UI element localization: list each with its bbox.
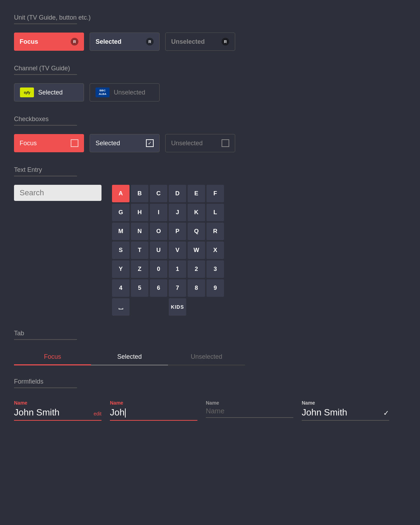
key-space[interactable]: ⎵ (112, 298, 130, 316)
key-B[interactable]: B (131, 185, 148, 202)
formfield-focus-label: Name (14, 400, 102, 406)
key-Z[interactable]: Z (131, 260, 148, 278)
unit-focus-label: Focus (20, 38, 38, 46)
checkbox-focus-btn[interactable]: Focus (14, 134, 84, 152)
formfields-row: Name John Smith edit Name Joh Name Name … (14, 397, 406, 424)
formfield-editing-underline (110, 420, 197, 421)
unit-selected-btn[interactable]: Selected R (90, 33, 160, 51)
formfield-empty-label: Name (206, 400, 293, 406)
tab-section: Tab Focus Selected Unselected (14, 330, 406, 365)
key-3[interactable]: 3 (206, 260, 224, 278)
text-entry-area: A B C D E F G H I J K L M N O P Q R S T … (14, 185, 406, 316)
key-V[interactable]: V (169, 241, 186, 259)
key-Y[interactable]: Y (112, 260, 130, 278)
key-S[interactable]: S (112, 241, 130, 259)
key-G[interactable]: G (112, 204, 130, 221)
tab-selected[interactable]: Selected (91, 348, 168, 365)
text-entry-section: Text Entry A B C D E F G H I J K L M N O… (14, 166, 406, 316)
formfields-section: Formfields Name John Smith edit Name Joh… (14, 378, 406, 424)
formfield-focus-edit[interactable]: edit (93, 411, 102, 416)
tab-divider (14, 339, 77, 340)
key-M[interactable]: M (112, 223, 130, 240)
unit-divider (14, 23, 77, 24)
channel-selected-btn[interactable]: syfy Selected (14, 83, 84, 102)
formfield-editing[interactable]: Name Joh (110, 397, 197, 424)
checkboxes-section: Checkboxes Focus Selected ✓ Unselected (14, 115, 406, 152)
unit-focus-badge: R (71, 38, 78, 46)
key-D[interactable]: D (169, 185, 186, 202)
key-N[interactable]: N (131, 223, 148, 240)
channel-title: Channel (TV Guide) (14, 65, 406, 72)
key-J[interactable]: J (169, 204, 186, 221)
key-F[interactable]: F (206, 185, 224, 202)
key-U[interactable]: U (150, 241, 167, 259)
key-O[interactable]: O (150, 223, 167, 240)
key-T[interactable]: T (131, 241, 148, 259)
formfield-filled-label: Name (302, 400, 389, 406)
key-1[interactable]: 1 (169, 260, 186, 278)
text-entry-title: Text Entry (14, 166, 406, 174)
channel-unselected-btn[interactable]: BBCALBA Unselected (90, 83, 160, 102)
formfield-empty[interactable]: Name Name (206, 397, 293, 424)
key-Q[interactable]: Q (188, 223, 205, 240)
channel-divider (14, 74, 77, 75)
checkboxes-title: Checkboxes (14, 115, 406, 123)
key-A[interactable]: A (112, 185, 130, 202)
channel-section: Channel (TV Guide) syfy Selected BBCALBA… (14, 65, 406, 102)
key-K[interactable]: K (188, 204, 205, 221)
key-kids[interactable]: KIDS (169, 298, 186, 316)
formfield-editing-label: Name (110, 400, 197, 406)
checkbox-unselected-btn[interactable]: Unselected (165, 134, 235, 152)
formfield-filled: Name John Smith ✓ (302, 397, 389, 424)
key-L[interactable]: L (206, 204, 224, 221)
tab-unselected[interactable]: Unselected (168, 348, 245, 365)
checkboxes-divider (14, 125, 77, 126)
key-5[interactable]: 5 (131, 279, 148, 297)
tab-focus[interactable]: Focus (14, 348, 91, 365)
key-P[interactable]: P (169, 223, 186, 240)
key-2[interactable]: 2 (188, 260, 205, 278)
key-R[interactable]: R (206, 223, 224, 240)
formfields-title: Formfields (14, 378, 406, 385)
key-W[interactable]: W (188, 241, 205, 259)
checkbox-focus-label: Focus (20, 140, 37, 147)
formfield-focus-value: John Smith (14, 407, 59, 420)
tab-selected-label: Selected (117, 353, 142, 360)
formfield-focus-value-row: John Smith edit (14, 407, 102, 420)
checkbox-row: Focus Selected ✓ Unselected (14, 134, 406, 152)
search-input[interactable] (20, 188, 96, 197)
cursor-blink (125, 408, 126, 418)
checkbox-selected-btn[interactable]: Selected ✓ (90, 134, 160, 152)
formfield-focus-underline (14, 420, 102, 421)
key-H[interactable]: H (131, 204, 148, 221)
key-6[interactable]: 6 (150, 279, 167, 297)
key-0[interactable]: 0 (150, 260, 167, 278)
unit-row: Focus R Selected R Unselected R (14, 33, 406, 51)
checkbox-unselected-label: Unselected (171, 140, 203, 147)
key-4[interactable]: 4 (112, 279, 130, 297)
formfield-empty-underline (206, 417, 293, 418)
key-9[interactable]: 9 (206, 279, 224, 297)
key-8[interactable]: 8 (188, 279, 205, 297)
tab-row: Focus Selected Unselected (14, 348, 406, 365)
channel-selected-label: Selected (38, 89, 63, 96)
unit-unselected-badge: R (222, 38, 229, 46)
key-7[interactable]: 7 (169, 279, 186, 297)
unit-selected-label: Selected (96, 38, 121, 46)
key-C[interactable]: C (150, 185, 167, 202)
formfield-focus[interactable]: Name John Smith edit (14, 397, 102, 424)
alba-logo: BBCALBA (96, 88, 110, 97)
key-X[interactable]: X (206, 241, 224, 259)
tab-unselected-label: Unselected (191, 353, 222, 360)
checkbox-selected-label: Selected (96, 140, 120, 147)
search-input-wrapper[interactable] (14, 185, 102, 201)
key-E[interactable]: E (188, 185, 205, 202)
unit-section: Unit (TV Guide, button etc.) Focus R Sel… (14, 14, 406, 51)
formfield-filled-value-row: John Smith ✓ (302, 407, 389, 420)
unit-unselected-btn[interactable]: Unselected R (165, 33, 235, 51)
key-I[interactable]: I (150, 204, 167, 221)
checkbox-selected-icon: ✓ (146, 139, 154, 147)
formfield-check-icon: ✓ (383, 409, 389, 417)
channel-unselected-label: Unselected (114, 89, 145, 96)
unit-focus-btn[interactable]: Focus R (14, 33, 84, 51)
